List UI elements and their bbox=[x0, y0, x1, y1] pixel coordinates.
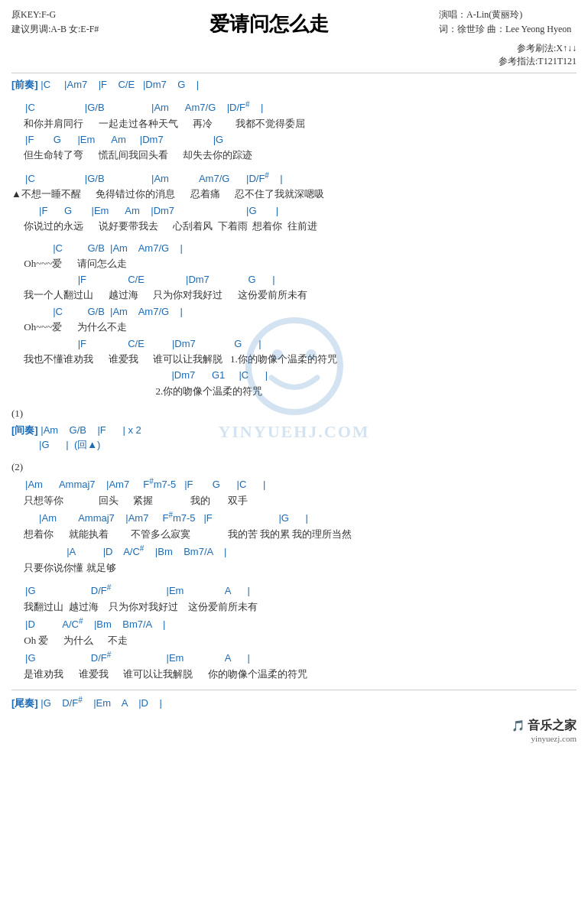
chord-interlude: [间奏] |Am G/B |F | x 2 bbox=[11, 424, 577, 437]
section-verse1: |C |G/B |Am Am7/G |D/F# | 和你并肩同行 一起走过各种天… bbox=[11, 99, 577, 163]
footer: 🎵 音乐之家 yinyuezj.com bbox=[11, 718, 577, 743]
lyric-v2-1: ▲不想一睡不醒 免得错过你的消息 忍着痛 忍不住了我就深嗯吸 bbox=[11, 187, 577, 202]
divider-bottom bbox=[11, 690, 577, 690]
chord-v3-1: |Am Ammaj7 |Am7 F#m7-5 |F G |C | bbox=[11, 476, 577, 492]
header-left: 原KEY:F-G建议男调:A-B 女:E-F# bbox=[11, 8, 99, 37]
lyric-v1-1: 和你并肩同行 一起走过各种天气 再冷 我都不觉得委屈 bbox=[11, 116, 577, 131]
chord-outro: [尾奏] |G D/F# |Em A |D | bbox=[11, 695, 577, 711]
strum-line1: 参考刷法:X↑↓↓ bbox=[11, 42, 577, 55]
section-outro: [尾奏] |G D/F# |Em A |D | bbox=[11, 695, 577, 711]
chord-ch1-2: |F C/E |Dm7 G | bbox=[11, 273, 577, 287]
lyric-ch2-2: Oh 爱 为什么 不走 bbox=[11, 633, 577, 648]
chord-ch1-5: |Dm7 G1 |C | bbox=[11, 368, 577, 382]
lyric-ch2-1: 我翻过山 越过海 只为你对我好过 这份爱前所未有 bbox=[11, 599, 577, 615]
lyric-ch1-3: Oh~~~爱 为什么不走 bbox=[11, 320, 577, 335]
chord-ch1-4: |F C/E |Dm7 G | bbox=[11, 337, 577, 351]
divider-top bbox=[11, 73, 577, 73]
lyric-ch1-2: 我一个人翻过山 越过海 只为你对我好过 这份爱前所未有 bbox=[11, 287, 577, 303]
footer-logo-sub: yinyuezj.com bbox=[512, 734, 577, 743]
chord-ch1-1: |C G/B |Am Am7/G | bbox=[11, 242, 577, 255]
footer-logo-main: 🎵 音乐之家 bbox=[512, 718, 577, 734]
key-info: 原KEY:F-G建议男调:A-B 女:E-F# bbox=[11, 9, 99, 34]
section-verse2: |C |G/B |Am Am7/G |D/F# | ▲不想一睡不醒 免得错过你的… bbox=[11, 170, 577, 234]
strum-line2: 参考指法:T121T121 bbox=[11, 55, 577, 68]
lyric-ch1-1: Oh~~~爱 请问怎么走 bbox=[11, 256, 577, 271]
header-right: 演唱：A-Lin(黄丽玲) 词：徐世珍 曲：Lee Yeong Hyeon bbox=[439, 8, 577, 37]
chord-v3-3: |A |D A/C# |Bm Bm7/A | bbox=[11, 544, 577, 560]
section-chorus1: |C G/B |Am Am7/G | Oh~~~爱 请问怎么走 |F C/E |… bbox=[11, 242, 577, 398]
chord-v3-2: |Am Ammaj7 |Am7 F#m7-5 |F |G | bbox=[11, 510, 577, 526]
label-1: (1) bbox=[11, 406, 577, 421]
lyric-v1-2: 但生命转了弯 慌乱间我回头看 却失去你的踪迹 bbox=[11, 148, 577, 163]
lyric-v3-2: 想着你 就能执着 不管多么寂寞 我的苦 我的累 我的理所当然 bbox=[11, 527, 577, 542]
lyric-v2-2: 你说过的永远 说好要带我去 心刮着风 下着雨 想着你 往前进 bbox=[11, 219, 577, 234]
chord-ch2-1: |G D/F# |Em A | bbox=[11, 583, 577, 599]
performer-label: 演唱：A-Lin(黄丽玲) bbox=[439, 8, 577, 22]
chord-v2-1: |C |G/B |Am Am7/G |D/F# | bbox=[11, 170, 577, 187]
chord-v1-2: |F G |Em Am |Dm7 |G bbox=[11, 133, 577, 147]
lyric-ch1-5: 2.你的吻像个温柔的符咒 bbox=[11, 384, 577, 399]
lyricist-label: 词：徐世珍 曲：Lee Yeong Hyeon bbox=[439, 22, 577, 37]
label-2: (2) bbox=[11, 459, 577, 475]
section-chorus2: |G D/F# |Em A | 我翻过山 越过海 只为你对我好过 这份爱前所未有… bbox=[11, 583, 577, 681]
footer-logo: 🎵 音乐之家 yinyuezj.com bbox=[512, 718, 577, 743]
section-prelude: [前奏] |C |Am7 |F C/E |Dm7 G | bbox=[11, 78, 577, 92]
lyric-ch1-4: 我也不懂谁劝我 谁爱我 谁可以让我解脱 1.你的吻像个温柔的符咒 bbox=[11, 352, 577, 367]
chord-interlude-2: |G | (回▲) bbox=[11, 438, 577, 452]
header: 原KEY:F-G建议男调:A-B 女:E-F# 爱请问怎么走 演唱：A-Lin(… bbox=[11, 8, 577, 37]
chord-ch1-3: |C G/B |Am Am7/G | bbox=[11, 305, 577, 319]
section-interlude: (1) [间奏] |Am G/B |F | x 2 |G | (回▲) bbox=[11, 406, 577, 452]
chord-ch2-3: |G D/F# |Em A | bbox=[11, 650, 577, 666]
chord-v2-2: |F G |Em Am |Dm7 |G | bbox=[11, 204, 577, 218]
page-title: 爱请问怎么走 bbox=[99, 8, 439, 37]
strum-ref: 参考刷法:X↑↓↓ 参考指法:T121T121 bbox=[11, 42, 577, 68]
lyric-ch2-3: 是谁劝我 谁爱我 谁可以让我解脱 你的吻像个温柔的符咒 bbox=[11, 667, 577, 682]
lyric-v3-1: 只想等你 回头 紧握 我的 双手 bbox=[11, 493, 577, 508]
chord-ch2-2: |D A/C# |Bm Bm7/A | bbox=[11, 616, 577, 632]
chord-prelude: [前奏] |C |Am7 |F C/E |Dm7 G | bbox=[11, 78, 577, 92]
section-2: (2) |Am Ammaj7 |Am7 F#m7-5 |F G |C | 只想等… bbox=[11, 459, 577, 576]
page-container: YINYUEHJ.COM 原KEY:F-G建议男调:A-B 女:E-F# 爱请问… bbox=[0, 0, 588, 758]
chord-v1-1: |C |G/B |Am Am7/G |D/F# | bbox=[11, 99, 577, 115]
lyric-v3-3: 只要你说你懂 就足够 bbox=[11, 560, 577, 576]
